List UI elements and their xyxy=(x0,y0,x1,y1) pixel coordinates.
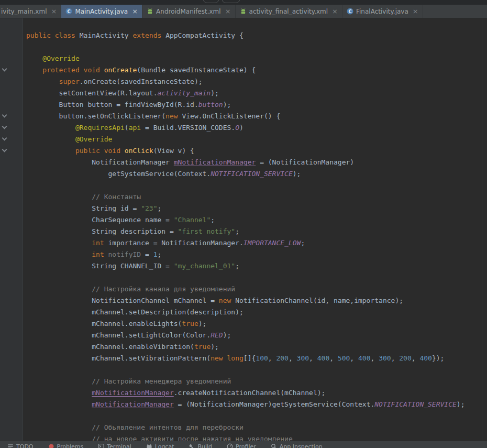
gutter-row xyxy=(0,272,23,283)
toolwindow-button-terminal[interactable]: Terminal xyxy=(98,443,131,448)
close-icon[interactable]: × xyxy=(132,8,138,15)
code-line: int notifyID = 1; xyxy=(23,249,482,260)
gutter-row xyxy=(0,53,23,64)
gutter-row xyxy=(0,99,23,111)
gutter-row xyxy=(0,122,23,134)
gutter-row xyxy=(0,260,23,272)
gutter-row xyxy=(0,157,23,168)
toolbar-button-outline[interactable] xyxy=(203,0,219,3)
toolwindow-label: Problems xyxy=(57,443,84,448)
svg-text:C: C xyxy=(348,9,351,14)
editor-area: public class MainActivity extends AppCom… xyxy=(0,18,487,448)
gutter-row xyxy=(0,214,23,226)
toolbar-strip xyxy=(0,0,487,5)
logcat-icon xyxy=(146,443,152,448)
code-editor[interactable]: public class MainActivity extends AppCom… xyxy=(23,18,482,448)
editor-tab[interactable]: AndroidManifest.xml× xyxy=(142,5,235,18)
gutter-row xyxy=(0,111,23,122)
code-line xyxy=(23,364,482,376)
java-class-icon: C xyxy=(347,8,353,15)
svg-text:C: C xyxy=(68,9,71,14)
toolwindow-label: Logcat xyxy=(155,443,174,448)
code-line: mChannel.setDescription(description); xyxy=(23,307,482,318)
gutter-row xyxy=(0,249,23,260)
toolwindow-label: Profiler xyxy=(236,443,256,448)
gutter-row xyxy=(0,76,23,88)
toolwindow-label: Terminal xyxy=(107,443,131,448)
gutter-row xyxy=(0,88,23,99)
gutter-row xyxy=(0,387,23,399)
code-line: @Override xyxy=(23,53,482,64)
tab-label: MainActivity.java xyxy=(75,8,128,15)
editor-tab[interactable]: activity_final_activity.xml× xyxy=(236,5,342,18)
android-file-icon xyxy=(147,8,153,15)
code-line: getSystemService(Context.NOTIFICATION_SE… xyxy=(23,168,482,180)
code-line: Button button = findViewById(R.id.button… xyxy=(23,99,482,111)
toolwindow-button-build[interactable]: Build xyxy=(189,443,212,448)
code-line xyxy=(23,180,482,191)
fold-chevron-down-icon[interactable] xyxy=(2,113,7,118)
app-inspection-icon xyxy=(271,443,277,448)
code-line: mChannel.setLightColor(Color.RED); xyxy=(23,330,482,341)
toolwindow-button-profiler[interactable]: Profiler xyxy=(227,443,256,448)
code-line: String id = "23"; xyxy=(23,203,482,214)
code-line: button.setOnClickListener(new View.OnCli… xyxy=(23,111,482,122)
code-line: String CHANNEL_ID = "my_channel_01"; xyxy=(23,260,482,272)
code-line: mChannel.enableVibration(true); xyxy=(23,341,482,353)
toolwindow-button-app-inspection[interactable]: App Inspection xyxy=(271,443,323,448)
scrollbar-track[interactable] xyxy=(482,18,487,448)
tab-label: ivity_main.xml xyxy=(1,8,47,15)
editor-tab[interactable]: CFinalActivity.java× xyxy=(342,5,423,18)
code-line: // Настройка канала для уведомлений xyxy=(23,283,482,295)
todo-icon xyxy=(7,443,14,448)
code-line: public class MainActivity extends AppCom… xyxy=(23,30,482,41)
gutter-row xyxy=(0,30,23,41)
gutter-row xyxy=(0,134,23,145)
editor-tab[interactable]: CMainActivity.java× xyxy=(61,5,142,18)
gutter-row xyxy=(0,283,23,295)
gutter-row xyxy=(0,145,23,157)
code-line: String description = "first notify"; xyxy=(23,226,482,237)
toolwindow-label: TODO xyxy=(16,443,34,448)
toolwindow-button-logcat[interactable]: Logcat xyxy=(146,443,174,448)
build-icon xyxy=(189,443,195,448)
toolwindow-button-todo[interactable]: TODO xyxy=(7,443,34,448)
terminal-icon xyxy=(98,443,104,448)
editor-tab[interactable]: ivity_main.xml× xyxy=(0,5,61,18)
fold-chevron-down-icon[interactable] xyxy=(2,147,7,152)
code-line: super.onCreate(savedInstanceState); xyxy=(23,76,482,88)
gutter-row xyxy=(0,307,23,318)
problems-icon xyxy=(48,443,54,448)
gutter-row xyxy=(0,180,23,191)
gutter-row xyxy=(0,410,23,422)
code-line: mNotificationManager.createNotificationC… xyxy=(23,387,482,399)
gutter-row xyxy=(0,226,23,237)
gutter-row xyxy=(0,191,23,203)
editor-gutter xyxy=(0,18,23,448)
gutter-row xyxy=(0,330,23,341)
gutter-row xyxy=(0,341,23,353)
gutter-row xyxy=(0,318,23,330)
fold-chevron-down-icon[interactable] xyxy=(2,67,7,72)
gutter-row xyxy=(0,237,23,249)
close-icon[interactable]: × xyxy=(51,8,57,15)
java-class-icon: C xyxy=(65,8,72,15)
close-icon[interactable]: × xyxy=(413,8,418,15)
code-line: mChannel.enableLights(true); xyxy=(23,318,482,330)
toolwindow-label: App Inspection xyxy=(280,443,323,448)
toolbar-button-outline[interactable] xyxy=(222,0,240,3)
close-icon[interactable]: × xyxy=(225,8,231,15)
toolwindow-bar: TODOProblemsTerminalLogcatBuildProfilerA… xyxy=(0,441,487,448)
code-line: CharSequence name = "Channel"; xyxy=(23,214,482,226)
code-line: // Константы xyxy=(23,191,482,203)
toolwindow-button-problems[interactable]: Problems xyxy=(48,443,84,448)
fold-chevron-down-icon[interactable] xyxy=(2,124,7,129)
toolwindow-label: Build xyxy=(197,443,212,448)
code-line: NotificationManager mNotificationManager… xyxy=(23,157,482,168)
close-icon[interactable]: × xyxy=(332,8,338,15)
code-line: // Обьявление интентов для переброски xyxy=(23,422,482,433)
fold-chevron-down-icon[interactable] xyxy=(2,136,7,141)
tab-label: activity_final_activity.xml xyxy=(249,8,328,15)
code-line: // Настройка менеджера уведомлений xyxy=(23,376,482,387)
gutter-row xyxy=(0,64,23,76)
